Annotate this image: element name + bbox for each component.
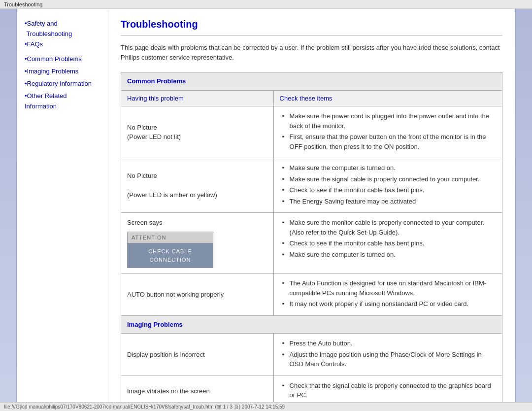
solution-cell-imaging-2: Check that the signal cable is properly … [273, 376, 502, 402]
list-item: Make sure the computer is turned on. [282, 163, 496, 173]
solution-cell-imaging-1: Press the Auto button. Adjust the image … [273, 334, 502, 376]
status-bar: file:///G|/cd manual/philips07/170V80621… [0, 402, 532, 411]
nav-item-regulatory: •Regulatory Information [25, 79, 100, 89]
col-header-solution: Check these items [273, 90, 502, 106]
problem-cell-1: No Picture(Power LED not lit) [121, 106, 274, 158]
page-title: Troubleshooting [121, 19, 502, 30]
title-bar: Troubleshooting [0, 0, 532, 9]
title-bar-text: Troubleshooting [4, 1, 42, 7]
sidebar-item-safety[interactable]: •Safety and Troubleshooting [25, 19, 100, 39]
list-item: The Energy Saving feature may be activat… [282, 197, 496, 206]
intro-text: This page deals with problems that can b… [121, 43, 502, 62]
list-item: Press the Auto button. [282, 339, 496, 348]
sidebar-item-imaging-problems[interactable]: •Imaging Problems [25, 67, 100, 77]
divider [121, 35, 502, 35]
nav-item-common: •Common Problems [25, 54, 100, 65]
solution-list-3: Make sure the monitor cable is properly … [280, 218, 496, 259]
col-header-problem: Having this problem [121, 90, 274, 106]
problem-cell-imaging-1: Display position is incorrect [121, 334, 274, 376]
sidebar-item-other[interactable]: •Other Related Information [25, 91, 100, 112]
sidebar-item-faqs[interactable]: •FAQs [25, 39, 100, 50]
common-problems-header-row: Common Problems [121, 72, 502, 91]
column-headers-row: Having this problem Check these items [121, 90, 502, 106]
nav-item-imaging: •Imaging Problems [25, 67, 100, 77]
imaging-problems-header-row: Imaging Problems [121, 315, 502, 334]
solution-list-2: Make sure the computer is turned on. Mak… [280, 163, 496, 206]
solution-list-4: The Auto Function is designed for use on… [280, 278, 496, 309]
left-decorative-bar [0, 9, 17, 402]
problem-cell-imaging-2: Image vibrates on the screen [121, 376, 274, 402]
problem-cell-3: Screen says ATTENTION CHECK CABLE CONNEC… [121, 213, 274, 274]
list-item: Make sure the monitor cable is properly … [282, 218, 496, 237]
solution-cell-3: Make sure the monitor cable is properly … [273, 213, 502, 274]
list-item: Make sure the power cord is plugged into… [282, 111, 496, 131]
list-item: Adjust the image position using the Phas… [282, 350, 496, 369]
list-item: Check that the signal cable is properly … [282, 381, 496, 400]
sidebar-item-common-problems[interactable]: •Common Problems [25, 54, 100, 65]
sidebar: •Safety and Troubleshooting •FAQs •Commo… [17, 9, 108, 402]
table-row: AUTO button not working properly The Aut… [121, 274, 502, 316]
table-row: Image vibrates on the screen Check that … [121, 376, 502, 402]
list-item: Check to see if the monitor cable has be… [282, 185, 496, 195]
list-item: Make sure the computer is turned on. [282, 250, 496, 260]
solution-cell-2: Make sure the computer is turned on. Mak… [273, 158, 502, 213]
nav-group-safety: •Safety and Troubleshooting •FAQs [25, 19, 100, 49]
list-item: Check to see if the monitor cable has be… [282, 239, 496, 248]
table-row: No Picture(Power LED is amber or yellow)… [121, 158, 502, 213]
table-row: No Picture(Power LED not lit) Make sure … [121, 106, 502, 158]
problem-cell-4: AUTO button not working properly [121, 274, 274, 316]
attention-header: ATTENTION [128, 232, 213, 244]
common-problems-section-header: Common Problems [121, 72, 502, 91]
list-item: It may not work properly if using nonsta… [282, 299, 496, 309]
solution-list-imaging-1: Press the Auto button. Adjust the image … [280, 339, 496, 369]
list-item: The Auto Function is designed for use on… [282, 278, 496, 298]
solution-list-1: Make sure the power cord is plugged into… [280, 111, 496, 151]
status-bar-text: file:///G|/cd manual/philips07/170V80621… [4, 404, 285, 411]
main-content: Troubleshooting This page deals with pro… [108, 9, 515, 402]
problem-text-1: No Picture(Power LED not lit) [127, 124, 181, 141]
attention-body: CHECK CABLE CONNECTION [128, 243, 213, 268]
right-decorative-bar [515, 9, 532, 402]
list-item: First, ensure that the power button on t… [282, 132, 496, 151]
table-row: Screen says ATTENTION CHECK CABLE CONNEC… [121, 213, 502, 274]
problem-cell-2: No Picture(Power LED is amber or yellow) [121, 158, 274, 213]
solution-cell-1: Make sure the power cord is plugged into… [273, 106, 502, 158]
solution-cell-4: The Auto Function is designed for use on… [273, 274, 502, 316]
sidebar-item-regulatory[interactable]: •Regulatory Information [25, 79, 100, 89]
nav-item-other: •Other Related Information [25, 91, 100, 112]
trouble-table: Common Problems Having this problem Chec… [121, 72, 502, 402]
list-item: Make sure the signal cable is properly c… [282, 174, 496, 184]
imaging-problems-section-header: Imaging Problems [121, 315, 502, 334]
attention-box: ATTENTION CHECK CABLE CONNECTION [127, 232, 213, 269]
problem-text-2: No Picture(Power LED is amber or yellow) [127, 172, 217, 199]
screen-says-label: Screen says [127, 219, 163, 226]
table-row: Display position is incorrect Press the … [121, 334, 502, 376]
solution-list-imaging-2: Check that the signal cable is properly … [280, 381, 496, 400]
